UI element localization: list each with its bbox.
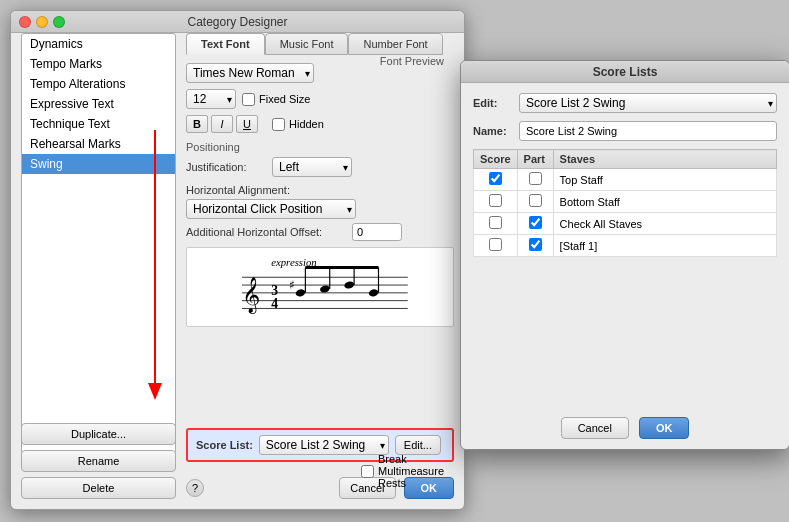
svg-point-9 — [295, 288, 306, 297]
score-checkbox-1[interactable] — [489, 172, 502, 185]
maximize-button[interactable] — [53, 16, 65, 28]
dialog-cancel-button[interactable]: Cancel — [561, 417, 629, 439]
part-checkbox-3[interactable] — [529, 216, 542, 229]
help-button[interactable]: ? — [186, 479, 204, 497]
score-checkbox-4[interactable] — [489, 238, 502, 251]
positioning-section-label: Positioning — [186, 141, 454, 153]
horizontal-alignment-select[interactable]: Horizontal Click Position — [186, 199, 356, 219]
italic-button[interactable]: I — [211, 115, 233, 133]
dialog-name-row: Name: — [473, 121, 777, 141]
fixed-size-checkbox-row: Fixed Size — [242, 93, 310, 106]
score-list-select[interactable]: Score List 2 Swing — [259, 435, 389, 455]
dialog-name-label: Name: — [473, 125, 513, 137]
tab-music-font[interactable]: Music Font — [265, 33, 349, 55]
font-name-select-wrapper: Times New Roman — [186, 63, 314, 83]
score-check-3 — [474, 213, 518, 235]
dialog-ok-button[interactable]: OK — [639, 417, 690, 439]
svg-point-11 — [319, 284, 330, 293]
break-multimeasure-checkbox[interactable] — [361, 465, 374, 478]
part-check-3 — [517, 213, 553, 235]
list-item-tempo-alterations[interactable]: Tempo Alterations — [22, 74, 175, 94]
hidden-checkbox-row: Hidden — [272, 118, 324, 131]
horizontal-alignment-section: Horizontal Alignment: Horizontal Click P… — [186, 183, 454, 219]
justification-label: Justification: — [186, 161, 266, 173]
part-checkbox-2[interactable] — [529, 194, 542, 207]
score-list-select-wrapper: Score List 2 Swing — [259, 435, 389, 455]
additional-offset-row: Additional Horizontal Offset: — [186, 223, 454, 241]
part-checkbox-4[interactable] — [529, 238, 542, 251]
rename-button[interactable]: Rename — [21, 450, 176, 472]
font-tabs: Text Font Music Font Number Font — [186, 33, 454, 55]
additional-offset-input[interactable] — [352, 223, 402, 241]
col-score: Score — [474, 150, 518, 169]
font-size-select-wrapper: 12 — [186, 89, 236, 109]
part-check-1 — [517, 169, 553, 191]
minimize-button[interactable] — [36, 16, 48, 28]
score-checkbox-2[interactable] — [489, 194, 502, 207]
font-size-select[interactable]: 12 — [186, 89, 236, 109]
svg-point-15 — [368, 288, 379, 297]
dialog-body: Edit: Score List 2 Swing Name: Score Par… — [461, 83, 789, 267]
close-button[interactable] — [19, 16, 31, 28]
font-preview-area: expression 𝄞 3 4 ♯ — [186, 247, 454, 327]
score-checkbox-3[interactable] — [489, 216, 502, 229]
right-content-area: Font Preview Text Font Music Font Number… — [186, 33, 454, 454]
dialog-edit-row: Edit: Score List 2 Swing — [473, 93, 777, 113]
dialog-edit-select[interactable]: Score List 2 Swing — [519, 93, 777, 113]
delete-button[interactable]: Delete — [21, 477, 176, 499]
table-row: Top Staff — [474, 169, 777, 191]
font-preview-label: Font Preview — [380, 55, 444, 67]
additional-offset-label: Additional Horizontal Offset: — [186, 226, 346, 238]
dialog-edit-select-wrapper: Score List 2 Swing — [519, 93, 777, 113]
list-item-swing[interactable]: Swing — [22, 154, 175, 174]
part-check-4 — [517, 235, 553, 257]
part-check-2 — [517, 191, 553, 213]
bold-button[interactable]: B — [186, 115, 208, 133]
svg-point-13 — [344, 280, 355, 289]
dialog-bottom-buttons: Cancel OK — [461, 417, 789, 439]
music-preview-svg: expression 𝄞 3 4 ♯ — [187, 248, 453, 326]
hidden-checkbox[interactable] — [272, 118, 285, 131]
window-controls — [19, 16, 65, 28]
score-lists-dialog: Score Lists Edit: Score List 2 Swing Nam… — [460, 60, 789, 450]
break-multimeasure-label: Break Multimeasure Rests — [378, 453, 454, 489]
list-item-expressive-text[interactable]: Expressive Text — [22, 94, 175, 114]
list-item-dynamics[interactable]: Dynamics — [22, 34, 175, 54]
window-title: Category Designer — [187, 15, 287, 29]
part-checkbox-1[interactable] — [529, 172, 542, 185]
dialog-name-input[interactable] — [519, 121, 777, 141]
hidden-label: Hidden — [289, 118, 324, 130]
justification-select[interactable]: Left — [272, 157, 352, 177]
score-table: Score Part Staves Top Staff — [473, 149, 777, 257]
break-multimeasure-row: Break Multimeasure Rests — [361, 453, 454, 489]
font-size-row: 12 Fixed Size — [186, 89, 454, 109]
list-item-rehearsal-marks[interactable]: Rehearsal Marks — [22, 134, 175, 154]
tab-text-font[interactable]: Text Font — [186, 33, 265, 55]
list-item-tempo-marks[interactable]: Tempo Marks — [22, 54, 175, 74]
duplicate-button[interactable]: Duplicate... — [21, 423, 176, 445]
col-staves: Staves — [553, 150, 776, 169]
title-bar: Category Designer — [11, 11, 464, 33]
category-list: Dynamics Tempo Marks Tempo Alterations E… — [21, 33, 176, 454]
justification-row: Justification: Left — [186, 157, 454, 177]
font-style-row: B I U Hidden — [186, 115, 454, 133]
col-part: Part — [517, 150, 553, 169]
staves-cell-1: Top Staff — [553, 169, 776, 191]
underline-button[interactable]: U — [236, 115, 258, 133]
svg-text:4: 4 — [271, 296, 278, 311]
style-buttons: B I U — [186, 115, 258, 133]
staves-cell-3: Check All Staves — [553, 213, 776, 235]
staves-cell-2: Bottom Staff — [553, 191, 776, 213]
svg-text:♯: ♯ — [289, 279, 295, 292]
table-row: [Staff 1] — [474, 235, 777, 257]
dialog-title-bar: Score Lists — [461, 61, 789, 83]
score-list-edit-button[interactable]: Edit... — [395, 435, 441, 455]
font-name-select[interactable]: Times New Roman — [186, 63, 314, 83]
fixed-size-checkbox[interactable] — [242, 93, 255, 106]
tab-number-font[interactable]: Number Font — [348, 33, 442, 55]
table-row: Bottom Staff — [474, 191, 777, 213]
table-row: Check All Staves — [474, 213, 777, 235]
main-bottom-row: Break Multimeasure Rests ? Cancel OK — [186, 477, 454, 499]
dialog-title: Score Lists — [593, 65, 658, 79]
list-item-technique-text[interactable]: Technique Text — [22, 114, 175, 134]
